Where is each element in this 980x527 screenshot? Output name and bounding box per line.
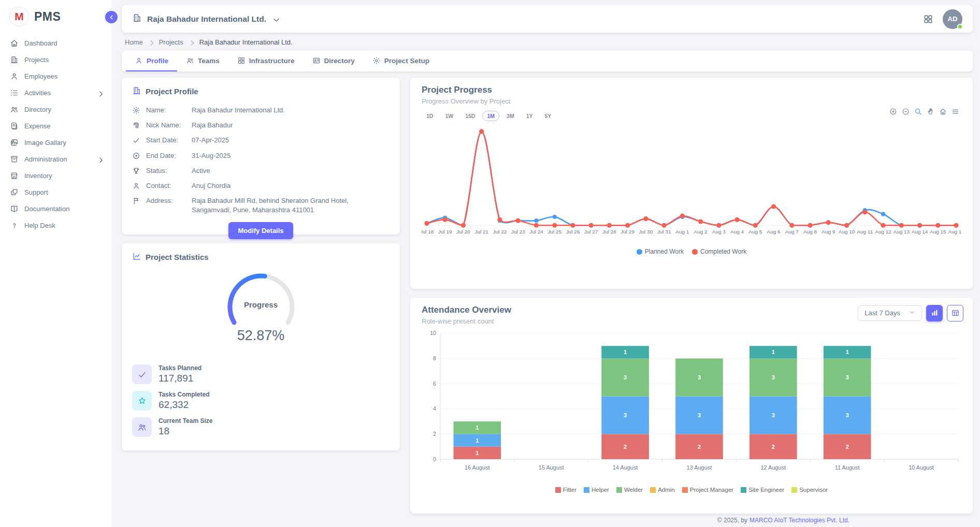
svg-text:4: 4 (433, 406, 436, 412)
progress-chart-title: Project Progress (422, 85, 961, 95)
svg-text:3: 3 (698, 374, 701, 380)
sidebar-item-administration[interactable]: Administration (0, 151, 111, 167)
table-view-toggle[interactable] (947, 305, 963, 321)
sidebar-item-label: Projects (24, 56, 49, 64)
image-icon (10, 138, 19, 147)
sidebar-item-label: Administration (24, 155, 67, 163)
fingerprint-icon (132, 121, 140, 129)
sidebar-item-activities[interactable]: Activities (0, 84, 111, 101)
tab-infrastructure[interactable]: Infrastructure (228, 51, 304, 71)
svg-text:Jul 28: Jul 28 (602, 229, 616, 235)
svg-text:Jul 23: Jul 23 (511, 229, 525, 235)
modify-details-button[interactable]: Modify Details (228, 222, 293, 239)
brand: M PMS (0, 0, 111, 32)
legend-item-fitter[interactable]: Fitter (555, 487, 577, 493)
footer-copyright: © 2025, by (717, 517, 747, 524)
legend-item-welder[interactable]: Welder (616, 487, 643, 493)
bar-view-toggle[interactable] (926, 305, 943, 321)
breadcrumb-raja-bahadur-international-ltd-: Raja Bahadur International Ltd. (199, 38, 293, 46)
stat-value: 62,332 (158, 399, 209, 411)
tab-project-setup[interactable]: Project Setup (364, 51, 438, 71)
attendance-bar-chart[interactable]: 024681011116 August15 August233114 Augus… (422, 329, 961, 486)
svg-text:1: 1 (846, 349, 849, 355)
company-selector[interactable]: Raja Bahadur International Ltd. (132, 13, 279, 25)
range-button-5y[interactable]: 5Y (540, 111, 556, 121)
legend-item-completed-work[interactable]: Completed Work (692, 248, 746, 255)
legend-item-helper[interactable]: Helper (584, 487, 609, 493)
sidebar-item-projects[interactable]: Projects (0, 51, 111, 68)
chart-menu-button[interactable] (952, 108, 959, 118)
legend-item-planned-work[interactable]: Planned Work (637, 248, 684, 255)
sidebar-item-image-gallary[interactable]: Image Gallary (0, 134, 111, 151)
field-value: Raja Bahadur International Ltd. (192, 106, 390, 115)
star-icon (137, 396, 147, 406)
sidebar-item-label: Image Gallary (24, 139, 66, 147)
legend-marker (555, 487, 561, 493)
reset-zoom-home-icon (939, 108, 947, 115)
sidebar-item-inventory[interactable]: Inventory (0, 167, 111, 184)
sidebar-item-employees[interactable]: Employees (0, 68, 111, 84)
sidebar-item-label: Documentation (24, 205, 69, 213)
legend-label: Welder (624, 487, 643, 493)
sidebar-item-label: Inventory (24, 172, 52, 180)
svg-text:3: 3 (624, 374, 627, 380)
legend-label: Fitter (563, 487, 577, 493)
sidebar-item-directory[interactable]: Directory (0, 101, 111, 118)
svg-text:Aug 12: Aug 12 (875, 229, 891, 235)
field-value: Active (192, 166, 390, 175)
person-icon (132, 182, 140, 190)
top-header: Raja Bahadur International Ltd. AD (122, 5, 973, 33)
user-avatar[interactable]: AD (943, 9, 962, 29)
tab-teams[interactable]: Teams (177, 51, 228, 71)
sidebar-item-support[interactable]: Support (0, 184, 111, 200)
pan-button[interactable] (927, 108, 934, 118)
range-button-1m[interactable]: 1M (482, 111, 499, 121)
range-button-1w[interactable]: 1W (440, 111, 458, 121)
reset-zoom-home-button[interactable] (939, 108, 947, 118)
tab-profile[interactable]: Profile (126, 51, 177, 71)
book-icon (10, 204, 19, 213)
legend-marker (650, 487, 656, 493)
legend-item-project-manager[interactable]: Project Manager (682, 487, 733, 493)
tab-label: Directory (324, 57, 355, 65)
svg-text:0: 0 (433, 456, 436, 462)
sidebar-collapse-button[interactable] (105, 11, 118, 23)
apps-grid-button[interactable] (923, 14, 933, 24)
range-button-3m[interactable]: 3M (502, 111, 519, 121)
project-progress-card: Project Progress Progress Overview by Pr… (410, 78, 973, 289)
svg-text:3: 3 (772, 412, 775, 418)
building-icon (132, 13, 142, 23)
footer-company-link[interactable]: MARCO AIoT Technologies Pvt. Ltd. (750, 517, 849, 524)
breadcrumb-home[interactable]: Home (125, 38, 143, 46)
legend-item-site-engineer[interactable]: Site Engineer (741, 487, 784, 493)
building-icon (132, 86, 141, 95)
breadcrumb-projects[interactable]: Projects (159, 38, 183, 46)
check-icon (137, 370, 147, 379)
range-button-1d[interactable]: 1D (422, 111, 438, 121)
time-range-selector: 1D1W15D1M3M1Y5Y (422, 111, 961, 121)
statistics-card-title: Project Statistics (146, 253, 209, 261)
progress-line-chart[interactable]: Jul 18Jul 19Jul 20Jul 21Jul 22Jul 23Jul … (422, 122, 961, 248)
zoom-out-button[interactable] (902, 108, 910, 118)
legend-item-admin[interactable]: Admin (650, 487, 675, 493)
app-logo: M (9, 7, 29, 26)
zoom-in-button[interactable] (889, 108, 897, 118)
range-button-1y[interactable]: 1Y (522, 111, 538, 121)
sidebar-item-documentation[interactable]: Documentation (0, 200, 111, 217)
selection-zoom-button[interactable] (914, 108, 922, 118)
project-statistics-card: Project Statistics Progress 52.87% Tasks… (122, 243, 400, 450)
legend-item-supervisor[interactable]: Supervisor (791, 487, 828, 493)
sidebar-item-label: Dashboard (24, 39, 57, 47)
sidebar-item-help-desk[interactable]: Help Desk (0, 217, 111, 233)
svg-text:Jul 20: Jul 20 (456, 229, 470, 235)
tab-label: Profile (147, 57, 168, 65)
field-label: End Date: (146, 151, 192, 160)
sidebar-item-expense[interactable]: Expense (0, 118, 111, 134)
range-button-15d[interactable]: 15D (460, 111, 480, 121)
svg-text:3: 3 (846, 412, 849, 418)
sidebar-item-label: Expense (24, 122, 51, 130)
legend-label: Helper (592, 487, 609, 493)
sidebar-item-dashboard[interactable]: Dashboard (0, 35, 111, 51)
tab-directory[interactable]: Directory (304, 51, 364, 71)
date-range-select[interactable]: Last 7 Days (858, 305, 922, 321)
